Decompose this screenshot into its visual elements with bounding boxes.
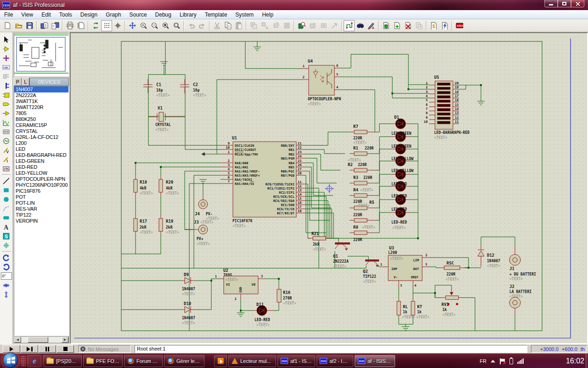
show-desktop-button[interactable] (586, 354, 588, 368)
menu-source[interactable]: Source (125, 11, 151, 19)
2d-marker-icon[interactable] (1, 241, 12, 250)
save-file-icon[interactable] (24, 20, 35, 31)
wire-autorouter-icon[interactable] (344, 20, 355, 31)
battery-icon[interactable] (509, 358, 513, 364)
bill-of-materials-icon[interactable]: $ (428, 20, 439, 31)
component-u4[interactable]: U4 1 2 6 5 4 OPTOCOUPLER-NPN <TEXT> (300, 59, 341, 106)
internet-explorer-button[interactable]: e (28, 355, 41, 367)
property-assignment-icon[interactable]: A (366, 20, 377, 31)
menu-design[interactable]: Design (76, 11, 102, 19)
device-item[interactable]: 1N4007 (14, 86, 68, 92)
new-sheet-icon[interactable] (391, 20, 402, 31)
step-button[interactable] (21, 345, 38, 353)
library-manage-button[interactable]: L (22, 78, 29, 86)
device-item[interactable]: LED-BARGRAPH-RED (14, 152, 68, 158)
device-item[interactable]: LED-RED (14, 164, 68, 170)
network-signal-icon[interactable] (517, 358, 524, 364)
2d-text-icon[interactable]: A (1, 222, 12, 231)
tape-recorder-icon[interactable] (1, 127, 12, 136)
start-button[interactable] (3, 352, 18, 368)
device-item[interactable]: LED-YELLOW (14, 170, 68, 176)
component-r16[interactable]: R16270R<TEXT> (277, 286, 296, 306)
resistor-bank[interactable]: R7220R<TEXT> R1220R R2220R<TEXT> R3220R … (348, 124, 375, 242)
pause-button[interactable] (39, 345, 56, 353)
minimize-button[interactable] (544, 0, 558, 7)
scroll-left-arrow[interactable]: ◄ (14, 337, 21, 343)
device-pin-icon[interactable] (1, 109, 12, 118)
device-item[interactable]: 3WATT220R (14, 104, 68, 110)
2d-line-icon[interactable] (1, 176, 12, 185)
menu-library[interactable]: Library (175, 11, 201, 19)
device-item[interactable]: TIP122 (14, 212, 68, 218)
restore-button[interactable] (558, 0, 571, 7)
component-c2[interactable]: C2 16p <TEXT> (180, 79, 206, 98)
taskbar-button-lecteur-multimedia[interactable]: Lecteur mul... (228, 355, 276, 367)
menu-debug[interactable]: Debug (151, 11, 175, 19)
taskbar-button-ps2011[interactable]: [PS]2011-04... (43, 355, 82, 367)
menu-file[interactable]: File (0, 11, 17, 19)
open-file-icon[interactable] (13, 20, 24, 31)
device-item[interactable]: 3WATT1K (14, 98, 68, 104)
graph-icon[interactable] (1, 118, 12, 127)
rotate-anticlockwise-icon[interactable] (1, 262, 12, 271)
2d-box-icon[interactable] (1, 185, 12, 195)
goto-sheet-icon[interactable] (413, 20, 424, 31)
export-section-icon[interactable] (50, 20, 61, 31)
netlist-to-ares-icon[interactable]: ARES (454, 20, 465, 31)
component-j1[interactable]: J1 + DU BATTERI <TEXT> (509, 245, 536, 281)
device-item[interactable]: L200 (14, 140, 68, 146)
component-r17[interactable]: R172kR<TEXT> (134, 215, 153, 235)
virtual-instrument-icon[interactable] (1, 164, 12, 173)
pick-device-icon[interactable] (296, 20, 307, 31)
device-list-hscrollbar[interactable]: ◄ ► (14, 336, 69, 343)
device-item[interactable]: PHYC1206NPO10P200 (14, 182, 68, 188)
rotate-clockwise-icon[interactable] (1, 253, 12, 262)
component-r20[interactable]: R204kR<TEXT> (159, 176, 179, 196)
device-item[interactable]: LED-GREEN (14, 158, 68, 164)
make-device-icon[interactable] (307, 20, 318, 31)
device-item[interactable]: 7805 (14, 110, 68, 116)
taskbar-button-media-player[interactable] (214, 355, 227, 367)
scroll-thumb[interactable] (28, 337, 48, 343)
device-item[interactable]: 2N2222A (14, 92, 68, 98)
component-d9[interactable]: D9 1N4007 <TEXT> (181, 272, 195, 296)
component-x1[interactable]: X1 CRYSTAL <TEXT> (148, 106, 185, 132)
cut-icon[interactable] (211, 20, 222, 31)
taskbar-button-af1-isis[interactable]: ISIS af1 - ISIS Pr... (277, 355, 315, 367)
search-tag-icon[interactable] (355, 20, 366, 31)
design-explorer-icon[interactable] (380, 20, 391, 31)
zoom-area-icon[interactable] (171, 20, 182, 31)
device-item[interactable]: VEROPIN (14, 218, 68, 224)
subcircuit-icon[interactable] (1, 90, 12, 99)
wire-label-icon[interactable]: LBL (1, 63, 12, 72)
2d-circle-icon[interactable] (1, 195, 12, 204)
sheet-name-field[interactable]: Root sheet 1 (135, 345, 527, 353)
scroll-right-arrow[interactable]: ► (62, 337, 68, 343)
menu-graph[interactable]: Graph (102, 11, 125, 19)
menu-edit[interactable]: Edit (37, 11, 55, 19)
overview-window[interactable] (14, 33, 69, 76)
junction-dot-icon[interactable] (1, 53, 12, 63)
2d-arc-icon[interactable] (1, 204, 12, 213)
import-section-icon[interactable] (39, 20, 50, 31)
component-icon[interactable] (1, 44, 12, 53)
selection-pointer-icon[interactable] (1, 35, 12, 44)
menu-help[interactable]: Help (258, 11, 277, 19)
taskbar-button-af-isis[interactable]: ISIS af - ISIS Prof... (355, 355, 395, 367)
component-u3[interactable]: U3 L200 <TEXT> INP LIM OUT V- VREF 1 2 5… (380, 246, 430, 288)
bus-icon[interactable] (1, 81, 12, 90)
device-item[interactable]: CRYSTAL (14, 128, 68, 134)
mirror-vertical-icon[interactable] (1, 290, 12, 299)
electrical-rule-check-icon[interactable] (439, 20, 450, 31)
component-rsc[interactable]: RSC220R<TEXT> (441, 261, 464, 282)
decompose-icon[interactable] (329, 20, 340, 31)
packaging-tool-icon[interactable] (318, 20, 329, 31)
device-item[interactable]: POT (14, 194, 68, 200)
terminal-icon[interactable] (1, 99, 12, 109)
block-copy-icon[interactable] (248, 20, 259, 31)
copy-icon[interactable] (222, 20, 233, 31)
menu-tools[interactable]: Tools (55, 11, 76, 19)
component-q1[interactable]: Q12N2222A<TEXT> (333, 242, 350, 269)
taskbar-button-pfe-fouad[interactable]: PFE FOUAD ... (83, 355, 123, 367)
mirror-horizontal-icon[interactable] (1, 281, 12, 290)
